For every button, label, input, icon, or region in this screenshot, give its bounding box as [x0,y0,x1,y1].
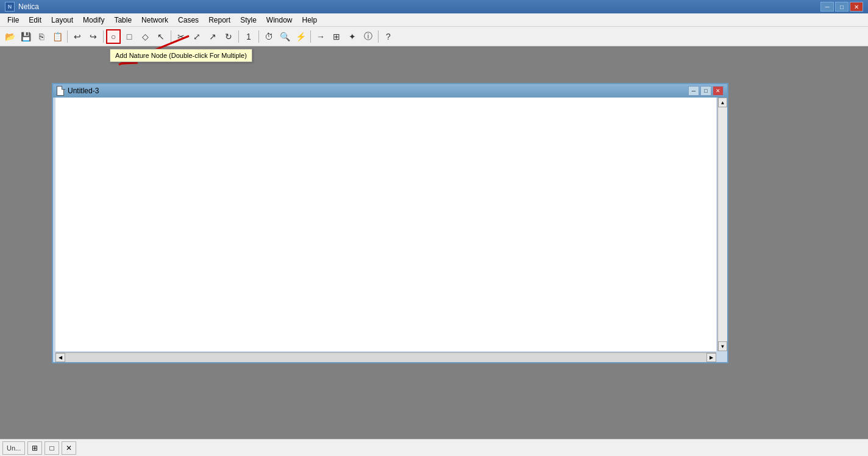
cut-link-button[interactable]: ✂ [174,29,188,44]
add-decision-node-button[interactable]: □ [122,29,137,44]
mdi-window: Untitled-3 ─ □ ✕ ▲ ▼ ◀ ▶ [52,83,728,363]
toolbar-separator [171,30,171,43]
undo-button[interactable]: ↩ [70,29,85,44]
menu-item-file[interactable]: File [2,15,24,26]
maximize-button[interactable]: □ [835,2,848,12]
menubar: FileEditLayoutModifyTableNetworkCasesRep… [0,13,868,27]
toolbar: 📂💾⎘📋↩↪○□◇↖✂⤢↗↻1⏱🔍⚡→⊞✦ⓘ? [0,27,868,46]
add-utility-node-button[interactable]: ◇ [138,29,152,44]
rotate-button[interactable]: ↻ [221,29,236,44]
timer-button[interactable]: ⏱ [261,29,276,44]
scroll-up-button[interactable]: ▲ [718,98,727,107]
monitor-button[interactable]: ⊞ [329,29,344,44]
mdi-title: Untitled-3 [68,87,688,95]
menu-item-help[interactable]: Help [297,15,322,26]
toolbar-separator [238,30,239,43]
vertical-scrollbar[interactable]: ▲ ▼ [717,98,727,351]
menu-item-style[interactable]: Style [235,15,261,26]
mdi-close-button[interactable]: ✕ [713,86,724,96]
mdi-canvas[interactable] [55,98,716,351]
mdi-restore-button[interactable]: □ [700,86,711,96]
main-area: Untitled-3 ─ □ ✕ ▲ ▼ ◀ ▶ [0,46,868,439]
toolbar-separator [378,30,379,43]
mdi-minimize-button[interactable]: ─ [688,86,699,96]
menu-item-edit[interactable]: Edit [24,15,46,26]
menu-item-cases[interactable]: Cases [173,15,204,26]
compile-button[interactable]: ⚡ [293,29,308,44]
info-button[interactable]: ⓘ [361,29,375,44]
star-button[interactable]: ✦ [345,29,360,44]
mdi-titlebar: Untitled-3 ─ □ ✕ [53,84,727,98]
status-btn-3[interactable]: ✕ [62,441,76,455]
status-btn-1[interactable]: ⊞ [27,441,42,455]
value-tool-button[interactable]: 1 [241,29,256,44]
window-controls: ─ □ ✕ [820,2,863,12]
scroll-right-button[interactable]: ▶ [706,353,716,362]
status-btn-2[interactable]: □ [44,441,59,455]
network-name: Un... [2,441,25,455]
toolbar-separator [103,30,104,43]
open-file-button[interactable]: 📂 [2,29,17,44]
menu-item-window[interactable]: Window [261,15,297,26]
close-button[interactable]: ✕ [850,2,863,12]
minimize-button[interactable]: ─ [820,2,834,12]
app-titlebar: N Netica ─ □ ✕ [0,0,868,13]
move-node-button[interactable]: ⤢ [190,29,204,44]
menu-item-network[interactable]: Network [137,15,173,26]
menu-item-layout[interactable]: Layout [46,15,78,26]
scroll-down-button[interactable]: ▼ [718,341,727,351]
tooltip: Add Nature Node (Double-click For Multip… [110,49,252,62]
copy-button[interactable]: ⎘ [34,29,49,44]
app-title: Netica [18,2,820,11]
statusbar: Un...⊞□✕ [0,439,868,456]
menu-item-table[interactable]: Table [109,15,137,26]
select-tool-button[interactable]: ↖ [154,29,168,44]
menu-item-modify[interactable]: Modify [78,15,109,26]
save-file-button[interactable]: 💾 [18,29,33,44]
link-node-button[interactable]: ↗ [205,29,220,44]
scroll-left-button[interactable]: ◀ [55,353,65,362]
toolbar-separator [310,30,311,43]
toolbar-separator [67,30,68,43]
redo-button[interactable]: ↪ [86,29,101,44]
horizontal-scrollbar[interactable]: ◀ ▶ [55,352,716,362]
mdi-controls: ─ □ ✕ [688,86,724,96]
paste-button[interactable]: 📋 [50,29,65,44]
app-icon: N [5,2,15,12]
help-button[interactable]: ? [381,29,396,44]
arrow-right-button[interactable]: → [313,29,328,44]
scroll-track-v [718,107,727,341]
scrollbar-corner [716,351,727,362]
find-button[interactable]: 🔍 [277,29,292,44]
add-nature-node-button[interactable]: ○ [106,29,121,44]
toolbar-separator [258,30,259,43]
menu-item-report[interactable]: Report [204,15,235,26]
document-icon [57,86,65,96]
